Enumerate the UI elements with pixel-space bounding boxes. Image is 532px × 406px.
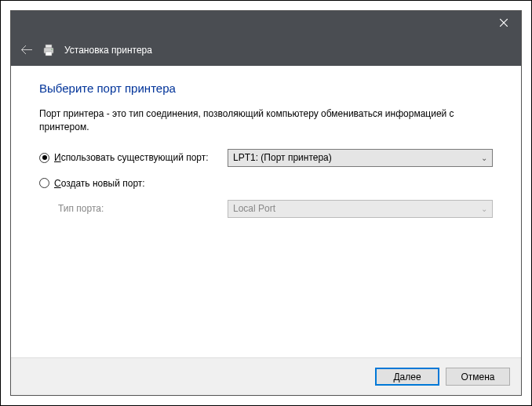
svg-rect-2 [46, 45, 52, 48]
footer: Далее Отмена [11, 357, 521, 395]
page-heading: Выберите порт принтера [39, 82, 493, 95]
chevron-down-icon: ⌄ [481, 154, 487, 162]
navbar: 🡠 Установка принтера [11, 34, 521, 66]
radio-icon-unchecked [39, 178, 49, 188]
select-port-type: Local Port ⌄ [228, 200, 493, 218]
radio-label-create-new: Создать новый порт: [54, 178, 145, 189]
row-use-existing: Использовать существующий порт: LPT1: (П… [39, 149, 493, 167]
select-existing-port-value: LPT1: (Порт принтера) [233, 152, 332, 163]
select-port-type-value: Local Port [233, 203, 275, 214]
dialog-window: 🡠 Установка принтера Выберите порт принт… [10, 10, 522, 396]
radio-label-use-existing: Использовать существующий порт: [54, 152, 209, 163]
close-icon [500, 19, 508, 27]
row-port-type: Тип порта: Local Port ⌄ [39, 200, 493, 218]
chevron-down-icon: ⌄ [481, 205, 487, 213]
printer-icon [42, 44, 55, 56]
svg-rect-4 [46, 52, 52, 56]
radio-use-existing[interactable]: Использовать существующий порт: [39, 152, 228, 163]
select-existing-port[interactable]: LPT1: (Порт принтера) ⌄ [228, 149, 493, 167]
cancel-button[interactable]: Отмена [446, 368, 510, 386]
radio-create-new[interactable]: Создать новый порт: [39, 178, 228, 189]
label-port-type: Тип порта: [58, 203, 228, 214]
titlebar [11, 11, 521, 34]
nav-title: Установка принтера [64, 45, 152, 56]
next-button[interactable]: Далее [375, 368, 439, 386]
svg-point-5 [51, 49, 53, 50]
content-area: Выберите порт принтера Порт принтера - э… [11, 66, 521, 357]
row-create-new: Создать новый порт: [39, 178, 493, 189]
close-button[interactable] [486, 11, 521, 34]
back-arrow-icon[interactable]: 🡠 [20, 43, 33, 57]
page-description: Порт принтера - это тип соединения, позв… [39, 107, 479, 135]
radio-icon-checked [39, 153, 49, 163]
